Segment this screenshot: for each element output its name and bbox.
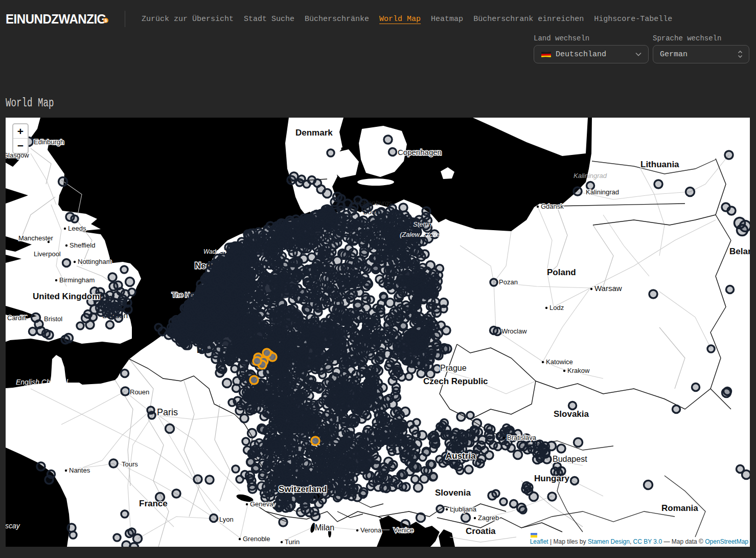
svg-text:Paris: Paris — [157, 407, 178, 417]
svg-text:Rouen: Rouen — [130, 388, 149, 396]
svg-text:Liverpool: Liverpool — [34, 250, 61, 258]
svg-text:Milan: Milan — [315, 523, 334, 532]
svg-text:Lodz: Lodz — [549, 304, 564, 311]
svg-text:Hungary: Hungary — [534, 474, 570, 483]
svg-text:Zagreb: Zagreb — [478, 514, 499, 522]
svg-text:Sheffield: Sheffield — [70, 241, 95, 249]
svg-text:Nantes: Nantes — [69, 466, 90, 474]
svg-text:Lithuania: Lithuania — [640, 160, 679, 169]
svg-text:United Kingdom: United Kingdom — [33, 292, 100, 301]
svg-text:scay: scay — [6, 522, 20, 530]
svg-text:Grenoble: Grenoble — [243, 535, 270, 543]
svg-text:Budapest: Budapest — [553, 455, 587, 463]
svg-text:Kaliningrad: Kaliningrad — [574, 172, 607, 180]
svg-text:Katowice: Katowice — [546, 358, 573, 366]
svg-text:English Channel: English Channel — [16, 378, 68, 386]
svg-text:Turin: Turin — [285, 538, 300, 546]
svg-text:France: France — [139, 499, 168, 508]
svg-text:Verona: Verona — [360, 526, 382, 534]
svg-text:Austria: Austria — [446, 451, 476, 461]
svg-text:Wroclaw: Wroclaw — [501, 327, 527, 335]
svg-text:Slovakia: Slovakia — [554, 409, 589, 419]
svg-text:Copenhagen: Copenhagen — [398, 148, 442, 157]
svg-text:Krakow: Krakow — [567, 367, 590, 374]
svg-text:Denmark: Denmark — [295, 128, 333, 138]
svg-text:Edinburgh: Edinburgh — [34, 138, 64, 146]
svg-text:Lyon: Lyon — [219, 516, 234, 523]
svg-text:Cardiff: Cardiff — [7, 314, 27, 322]
svg-text:Stettiner Haff: Stettiner Haff — [413, 220, 452, 228]
svg-text:Bratislava: Bratislava — [507, 434, 537, 441]
svg-text:Wadden: Wadden — [203, 248, 226, 255]
svg-text:(Zalew Szczecinski): (Zalew Szczecinski) — [400, 231, 459, 238]
svg-text:Switzerland: Switzerland — [279, 484, 327, 494]
svg-text:Warsaw: Warsaw — [594, 284, 622, 293]
svg-text:Birmingham: Birmingham — [59, 276, 95, 284]
svg-text:Geneva: Geneva — [250, 500, 273, 508]
svg-text:Ljubljana: Ljubljana — [450, 505, 477, 513]
svg-text:Romania: Romania — [661, 503, 698, 513]
svg-text:Bristol: Bristol — [44, 315, 62, 323]
svg-text:Croatia: Croatia — [466, 526, 496, 536]
svg-text:Nottingham: Nottingham — [78, 258, 111, 265]
svg-text:Tours: Tours — [122, 460, 138, 468]
svg-text:Belarus: Belarus — [729, 247, 750, 256]
svg-text:Poland: Poland — [547, 267, 576, 277]
svg-text:Pozan: Pozan — [499, 278, 518, 286]
svg-text:Venice: Venice — [394, 526, 414, 534]
svg-text:Czech Republic: Czech Republic — [423, 376, 488, 386]
svg-text:Leeds: Leeds — [68, 225, 86, 232]
svg-text:Manchester: Manchester — [18, 234, 54, 242]
svg-text:Prague: Prague — [440, 364, 467, 372]
svg-text:Gdansk: Gdansk — [541, 203, 564, 210]
svg-text:Kaliningrad: Kaliningrad — [586, 188, 619, 196]
svg-text:Slovenia: Slovenia — [435, 488, 471, 498]
